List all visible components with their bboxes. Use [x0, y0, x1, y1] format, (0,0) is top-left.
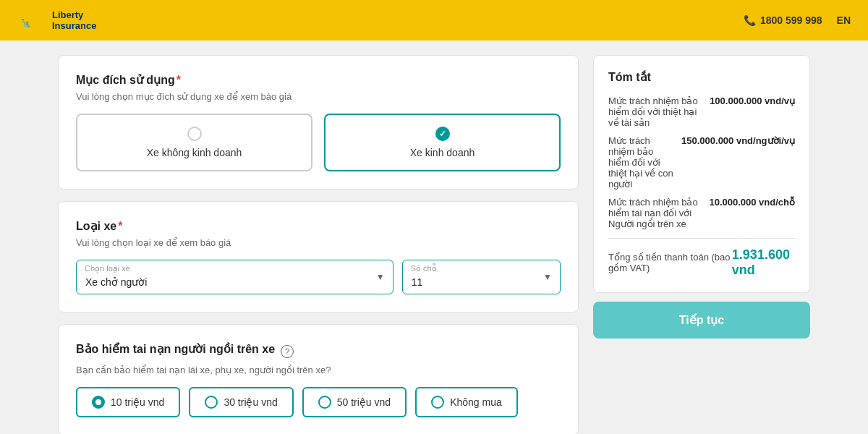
phone-icon: 📞: [744, 14, 756, 26]
radio-outer-10m: [92, 396, 105, 409]
logo-icon: 🗽: [17, 5, 48, 35]
header: 🗽 Liberty Insurance 📞 1800 599 998 EN: [0, 0, 868, 41]
header-right: 📞 1800 599 998 EN: [744, 14, 851, 26]
purpose-subtitle: Vui lòng chọn mục đích sử dụng xe để xem…: [76, 91, 561, 102]
summary-label-0: Mức trách nhiệm bảo hiểm đối với thiệt h…: [608, 95, 704, 128]
insurance-title: Bảo hiểm tai nạn người ngồi trên xe: [76, 342, 275, 356]
vehicle-type-select[interactable]: Xe chở người Xe tải Xe khách: [76, 260, 393, 294]
insurance-50m[interactable]: 50 triệu vnd: [302, 387, 407, 417]
insurance-card: Bảo hiểm tai nạn người ngồi trên xe ? Bạ…: [58, 324, 579, 434]
insurance-options: 10 triệu vnd 30 triệu vnd 50 triệu vnd K…: [76, 387, 561, 417]
insurance-50m-label: 50 triệu vnd: [337, 396, 391, 408]
insurance-none[interactable]: Không mua: [415, 387, 518, 417]
purpose-business-label: Xe kinh doanh: [410, 147, 475, 158]
summary-value-2: 10.000.000 vnd/chỗ: [709, 197, 795, 208]
radio-inner-10m: [95, 399, 101, 405]
insurance-subtitle: Bạn cần bảo hiểm tai nạn lái xe, phụ xe,…: [76, 365, 561, 375]
radio-non-business: [187, 127, 202, 141]
vehicle-type-title: Loại xe*: [76, 219, 561, 233]
purpose-non-business-label: Xe không kinh doanh: [147, 147, 242, 158]
summary-label-1: Mức trách nhiệm bảo hiểm đối với thiệt h…: [608, 135, 676, 190]
radio-outer-none: [431, 396, 444, 409]
insurance-10m-label: 10 triệu vnd: [111, 396, 164, 408]
seats-wrapper: Số chỗ 4 5 7 9 11 12 16 ▼: [402, 260, 561, 294]
main-layout: Mục đích sử dụng* Vui lòng chọn mục đích…: [0, 41, 868, 434]
seats-select[interactable]: 4 5 7 9 11 12 16: [402, 260, 561, 294]
logo-text: Liberty Insurance: [52, 9, 96, 31]
phone-number: 📞 1800 599 998: [744, 14, 822, 26]
language-selector[interactable]: EN: [837, 14, 851, 26]
purpose-title: Mục đích sử dụng*: [76, 73, 561, 87]
insurance-30m[interactable]: 30 triệu vnd: [189, 387, 293, 417]
summary-row-1: Mức trách nhiệm bảo hiểm đối với thiệt h…: [608, 135, 795, 190]
vehicle-type-wrapper: Chọn loại xe Xe chở người Xe tải Xe khác…: [76, 260, 393, 294]
vehicle-type-subtitle: Vui lòng chọn loại xe để xem báo giá: [76, 237, 561, 248]
summary-value-1: 150.000.000 vnd/người/vụ: [681, 135, 795, 146]
summary-divider: [608, 238, 795, 239]
right-panel: Tóm tắt Mức trách nhiệm bảo hiểm đối với…: [593, 55, 810, 434]
summary-label-2: Mức trách nhiệm bảo hiểm tai nạn đối với…: [608, 197, 703, 229]
summary-total-row: Tổng số tiền thanh toán (bao gồm VAT) 1.…: [608, 247, 795, 278]
insurance-30m-label: 30 triệu vnd: [224, 396, 277, 408]
insurance-10m[interactable]: 10 triệu vnd: [76, 387, 180, 417]
summary-row-2: Mức trách nhiệm bảo hiểm tai nạn đối với…: [608, 197, 795, 229]
insurance-none-label: Không mua: [450, 396, 502, 408]
purpose-business[interactable]: ✓ Xe kinh doanh: [324, 114, 561, 171]
left-panel: Mục đích sử dụng* Vui lòng chọn mục đích…: [58, 55, 579, 434]
summary-value-0: 100.000.000 vnd/vụ: [710, 95, 795, 106]
vehicle-selects: Chọn loại xe Xe chở người Xe tải Xe khác…: [76, 260, 561, 294]
svg-text:🗽: 🗽: [21, 17, 31, 27]
continue-button[interactable]: Tiếp tục: [593, 302, 810, 339]
logo: 🗽 Liberty Insurance: [17, 5, 96, 35]
summary-row-0: Mức trách nhiệm bảo hiểm đối với thiệt h…: [608, 95, 795, 128]
purpose-non-business[interactable]: Xe không kinh doanh: [76, 114, 312, 171]
help-icon[interactable]: ?: [281, 345, 294, 358]
radio-outer-50m: [318, 396, 331, 409]
summary-total-label: Tổng số tiền thanh toán (bao gồm VAT): [608, 252, 732, 273]
check-mark-icon: ✓: [439, 129, 446, 139]
insurance-title-row: Bảo hiểm tai nạn người ngồi trên xe ?: [76, 342, 561, 360]
vehicle-type-card: Loại xe* Vui lòng chọn loại xe để xem bá…: [58, 201, 579, 312]
summary-card: Tóm tắt Mức trách nhiệm bảo hiểm đối với…: [593, 55, 810, 293]
radio-business: ✓: [435, 127, 450, 141]
summary-total-value: 1.931.600 vnd: [732, 247, 795, 278]
purpose-options: Xe không kinh doanh ✓ Xe kinh doanh: [76, 114, 561, 171]
summary-title: Tóm tắt: [608, 70, 795, 84]
radio-outer-30m: [205, 396, 218, 409]
purpose-card: Mục đích sử dụng* Vui lòng chọn mục đích…: [58, 55, 579, 190]
